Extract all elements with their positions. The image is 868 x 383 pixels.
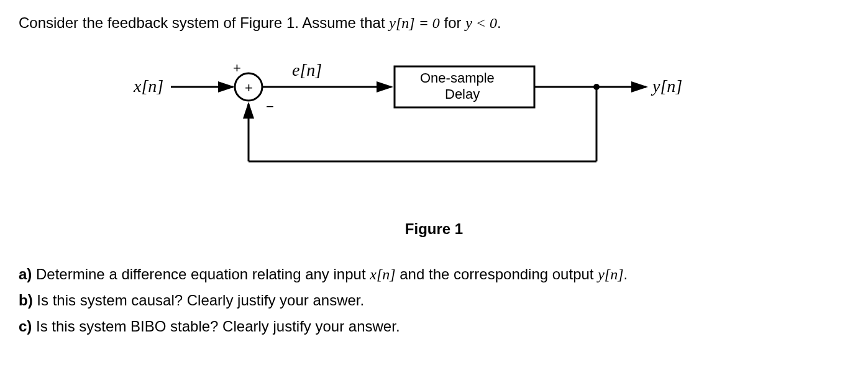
part-a-text: Determine a difference equation relating… xyxy=(32,266,370,282)
part-b-label: b) xyxy=(19,292,33,309)
sign-plus-top: + xyxy=(233,60,241,76)
block-diagram: x[n] e[n] y[n] + + − One-sample Delay xyxy=(19,53,849,214)
label-input: x[n] xyxy=(134,76,163,96)
part-a-end: . xyxy=(624,266,628,282)
intro-eq-lhs: y[n] = 0 xyxy=(389,15,440,31)
intro-post: . xyxy=(497,14,501,31)
part-a-y: y[n] xyxy=(598,266,623,282)
block-text-line2: Delay xyxy=(445,86,480,102)
part-a-mid: and the corresponding output xyxy=(396,266,598,282)
question-a: a) Determine a difference equation relat… xyxy=(19,263,849,286)
label-error: e[n] xyxy=(292,60,322,80)
part-a-x: x[n] xyxy=(370,266,395,282)
diagram-svg xyxy=(130,53,690,196)
sign-plus-center: + xyxy=(245,80,253,96)
intro-mid: for xyxy=(440,14,465,31)
intro-cond: y < 0 xyxy=(465,15,497,31)
question-b: b) Is this system causal? Clearly justif… xyxy=(19,289,849,312)
label-output: y[n] xyxy=(652,76,682,96)
intro-pre: Consider the feedback system of Figure 1… xyxy=(19,14,389,31)
part-b-text: Is this system causal? Clearly justify y… xyxy=(33,292,365,309)
sign-minus: − xyxy=(266,99,274,115)
block-text-line1: One-sample xyxy=(420,70,495,86)
figure-caption: Figure 1 xyxy=(19,220,849,238)
part-c-label: c) xyxy=(19,318,32,335)
part-c-text: Is this system BIBO stable? Clearly just… xyxy=(32,318,400,335)
question-c: c) Is this system BIBO stable? Clearly j… xyxy=(19,315,849,338)
intro-text: Consider the feedback system of Figure 1… xyxy=(19,12,849,34)
part-a-label: a) xyxy=(19,266,32,282)
